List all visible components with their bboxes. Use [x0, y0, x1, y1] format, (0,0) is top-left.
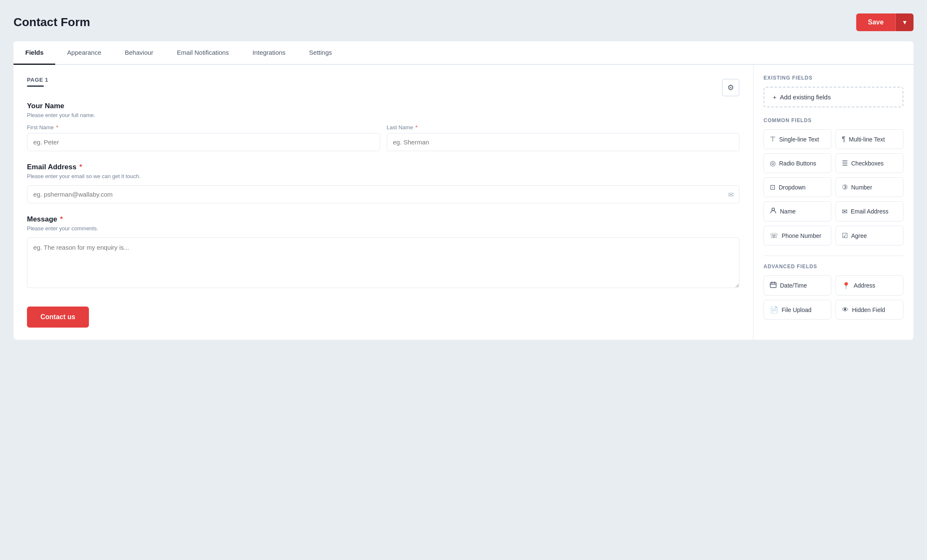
save-button[interactable]: Save — [856, 13, 895, 31]
field-btn-agree[interactable]: ☑ Agree — [836, 226, 903, 245]
field-btn-hidden-field[interactable]: 👁 Hidden Field — [836, 300, 903, 320]
field-btn-dropdown[interactable]: ⊡ Dropdown — [764, 177, 831, 197]
main-container: Fields Appearance Behaviour Email Notifi… — [13, 41, 914, 340]
field-btn-phone-number[interactable]: ☏ Phone Number — [764, 226, 831, 245]
radio-buttons-icon: ◎ — [770, 159, 776, 167]
submit-button[interactable]: Contact us — [27, 307, 89, 328]
email-required-star: * — [79, 163, 82, 171]
email-address-label: Email Address — [851, 208, 888, 215]
address-label: Address — [854, 282, 875, 289]
field-btn-email-address[interactable]: ✉ Email Address — [836, 201, 903, 221]
first-name-col: First Name * — [27, 124, 380, 151]
dropdown-icon: ⊡ — [770, 183, 775, 191]
field-btn-checkboxes[interactable]: ☰ Checkboxes — [836, 153, 903, 173]
plus-icon: + — [773, 93, 777, 101]
date-time-icon — [770, 281, 777, 290]
first-name-label: First Name * — [27, 124, 380, 131]
content-area: PAGE 1 ⚙ Your Name Please enter your ful… — [13, 65, 914, 340]
tab-fields[interactable]: Fields — [13, 41, 55, 65]
common-fields-grid: ⊤ Single-line Text ¶ Multi-line Text ◎ R… — [764, 129, 903, 245]
save-button-group: Save ▼ — [856, 13, 914, 31]
advanced-fields-grid: Date/Time 📍 Address 📄 File Upload 👁 Hidd… — [764, 275, 903, 320]
date-time-label: Date/Time — [780, 282, 807, 289]
tab-settings[interactable]: Settings — [297, 41, 344, 65]
field-group-email: Email Address * Please enter your email … — [27, 163, 739, 203]
number-label: Number — [851, 184, 872, 191]
tab-appearance[interactable]: Appearance — [55, 41, 113, 65]
file-upload-icon: 📄 — [770, 306, 778, 314]
page-section-header: PAGE 1 ⚙ — [27, 77, 739, 99]
gear-icon: ⚙ — [727, 83, 734, 92]
last-name-col: Last Name * — [387, 124, 740, 151]
multi-line-text-icon: ¶ — [842, 136, 846, 143]
message-textarea[interactable] — [27, 237, 739, 288]
required-star-2: * — [415, 124, 418, 131]
email-address-icon: ✉ — [842, 208, 847, 216]
last-name-label: Last Name * — [387, 124, 740, 131]
add-existing-fields-button[interactable]: + Add existing fields — [764, 87, 903, 107]
radio-buttons-label: Radio Buttons — [779, 160, 816, 167]
single-line-text-label: Single-line Text — [779, 136, 819, 143]
first-name-input[interactable] — [27, 133, 380, 151]
fields-divider — [764, 256, 903, 256]
name-field-row: First Name * Last Name * — [27, 124, 739, 151]
field-btn-number[interactable]: ③ Number — [836, 177, 903, 197]
multi-line-text-label: Multi-line Text — [849, 136, 885, 143]
message-field-title: Message * — [27, 215, 739, 224]
message-field-desc: Please enter your comments. — [27, 225, 739, 232]
field-group-desc: Please enter your full name. — [27, 112, 739, 118]
field-btn-file-upload[interactable]: 📄 File Upload — [764, 300, 831, 320]
dropdown-label: Dropdown — [779, 184, 806, 191]
tab-integrations[interactable]: Integrations — [241, 41, 297, 65]
advanced-fields-title: ADVANCED FIELDS — [764, 264, 903, 269]
existing-fields-title: EXISTING FIELDS — [764, 75, 903, 81]
page-label: PAGE 1 — [27, 77, 48, 83]
page-label-wrapper: PAGE 1 — [27, 77, 48, 99]
field-btn-date-time[interactable]: Date/Time — [764, 275, 831, 296]
agree-label: Agree — [851, 232, 867, 239]
agree-icon: ☑ — [842, 232, 848, 240]
settings-button[interactable]: ⚙ — [722, 79, 739, 96]
common-fields-title: COMMON FIELDS — [764, 117, 903, 123]
svg-rect-1 — [770, 283, 776, 288]
field-btn-radio-buttons[interactable]: ◎ Radio Buttons — [764, 153, 831, 173]
name-field-label: Name — [780, 208, 796, 215]
hidden-field-icon: 👁 — [842, 306, 849, 314]
checkboxes-label: Checkboxes — [851, 160, 884, 167]
field-btn-address[interactable]: 📍 Address — [836, 275, 903, 296]
field-group-your-name: Your Name Please enter your full name. F… — [27, 102, 739, 151]
required-star: * — [56, 124, 58, 131]
page-title: Contact Form — [13, 16, 90, 29]
svg-point-0 — [772, 208, 774, 211]
tab-email-notifications[interactable]: Email Notifications — [165, 41, 241, 65]
form-area: PAGE 1 ⚙ Your Name Please enter your ful… — [13, 65, 753, 340]
last-name-input[interactable] — [387, 133, 740, 151]
page-header: Contact Form Save ▼ — [13, 13, 914, 31]
email-input[interactable] — [27, 185, 739, 203]
number-icon: ③ — [842, 183, 848, 191]
email-field-title: Email Address * — [27, 163, 739, 171]
field-group-title: Your Name — [27, 102, 739, 110]
field-btn-multi-line-text[interactable]: ¶ Multi-line Text — [836, 129, 903, 149]
email-field-desc: Please enter your email so we can get it… — [27, 173, 739, 179]
single-line-text-icon: ⊤ — [770, 135, 776, 143]
hidden-field-label: Hidden Field — [852, 307, 885, 313]
add-existing-fields-label: Add existing fields — [780, 93, 831, 101]
address-icon: 📍 — [842, 282, 850, 290]
field-btn-single-line-text[interactable]: ⊤ Single-line Text — [764, 129, 831, 149]
field-group-message: Message * Please enter your comments. — [27, 215, 739, 290]
field-btn-name[interactable]: Name — [764, 201, 831, 221]
phone-number-icon: ☏ — [770, 232, 778, 240]
phone-number-label: Phone Number — [782, 232, 821, 239]
name-icon — [770, 207, 777, 216]
email-input-wrapper: ✉ — [27, 185, 739, 203]
email-icon: ✉ — [728, 190, 734, 198]
save-dropdown-button[interactable]: ▼ — [895, 13, 914, 31]
tabs-bar: Fields Appearance Behaviour Email Notifi… — [13, 41, 914, 65]
chevron-down-icon: ▼ — [902, 19, 908, 26]
page-label-underline — [27, 85, 44, 87]
checkboxes-icon: ☰ — [842, 159, 848, 167]
file-upload-label: File Upload — [782, 307, 812, 313]
message-required-star: * — [60, 215, 63, 223]
tab-behaviour[interactable]: Behaviour — [113, 41, 165, 65]
